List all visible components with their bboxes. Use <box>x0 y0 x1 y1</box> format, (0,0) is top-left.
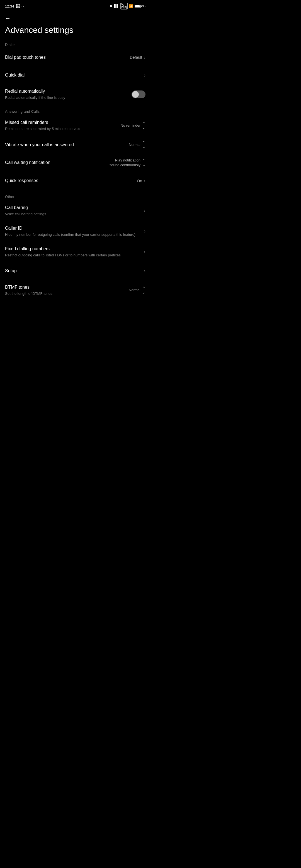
setting-control-redial-automatically <box>132 91 145 98</box>
setting-control-call-barring: › <box>144 208 145 214</box>
setting-item-call-waiting-notification[interactable]: Call waiting notificationPlay notificati… <box>0 154 150 172</box>
setting-title-redial-automatically: Redial automatically <box>5 89 128 94</box>
wifi-icon: 📶 <box>129 4 133 8</box>
setting-text-caller-id: Caller IDHide my number for outgoing cal… <box>5 225 144 237</box>
setting-text-setup: Setup <box>5 268 144 274</box>
section-label-other: Other <box>0 192 150 200</box>
setting-value-quick-responses: On <box>137 179 142 183</box>
setting-text-call-waiting-notification: Call waiting notification <box>5 160 104 166</box>
section-label-answering-calls: Answering and Calls <box>0 107 150 115</box>
setting-control-quick-responses: On› <box>137 178 145 184</box>
setting-item-quick-dial[interactable]: Quick dial› <box>0 66 150 84</box>
setting-subtitle-redial-automatically: Redial automatically if the line is busy <box>5 95 128 100</box>
page-title: Advanced settings <box>0 23 150 40</box>
setting-item-dtmf-tones[interactable]: DTMF tonesSet the length of DTMF tonesNo… <box>0 280 150 301</box>
status-bar: 12:34 🖼 ··· ✖ ▋▋ VoWiFi 📶 95 <box>0 0 150 11</box>
bluetooth-icon: ✖ <box>110 4 113 8</box>
status-left: 12:34 🖼 ··· <box>5 4 26 8</box>
setting-value-call-waiting-notification: Play notification sound continuously <box>104 158 140 167</box>
sim-icon: 🖼 <box>16 4 20 8</box>
setting-item-dial-pad-touch-tones[interactable]: Dial pad touch tonesDefault› <box>0 49 150 66</box>
setting-item-quick-responses[interactable]: Quick responsesOn› <box>0 172 150 190</box>
updown-icon-call-waiting-notification[interactable]: ⌃⌄ <box>142 159 145 167</box>
setting-text-quick-dial: Quick dial <box>5 72 144 78</box>
battery-fill <box>135 5 140 7</box>
battery-percent: 95 <box>142 4 145 8</box>
setting-control-caller-id: › <box>144 228 145 234</box>
setting-value-missed-call-reminders: No reminder <box>120 123 140 128</box>
divider-dialer <box>0 106 150 106</box>
setting-item-call-barring[interactable]: Call barringVoice call barring settings› <box>0 200 150 221</box>
dots-icon: ··· <box>22 4 26 8</box>
setting-text-fixed-dialling: Fixed dialling numbersRestrict outgoing … <box>5 246 144 258</box>
setting-item-missed-call-reminders[interactable]: Missed call remindersReminders are separ… <box>0 115 150 136</box>
setting-value-dtmf-tones: Normal <box>129 288 140 292</box>
setting-subtitle-missed-call-reminders: Reminders are separated by 5 minute inte… <box>5 126 117 131</box>
toggle-knob-redial-automatically <box>132 91 139 98</box>
setting-text-dtmf-tones: DTMF tonesSet the length of DTMF tones <box>5 284 129 296</box>
chevron-right-icon-fixed-dialling: › <box>144 249 145 255</box>
signal-icon: ▋▋ <box>114 4 119 8</box>
setting-text-missed-call-reminders: Missed call remindersReminders are separ… <box>5 120 120 131</box>
setting-text-call-barring: Call barringVoice call barring settings <box>5 205 144 217</box>
setting-title-vibrate-call-answered: Vibrate when your call is answered <box>5 142 126 148</box>
section-label-dialer: Dialer <box>0 40 150 49</box>
setting-control-fixed-dialling: › <box>144 249 145 255</box>
setting-item-vibrate-call-answered[interactable]: Vibrate when your call is answeredNormal… <box>0 136 150 154</box>
chevron-right-icon-call-barring: › <box>144 208 145 214</box>
setting-subtitle-call-barring: Voice call barring settings <box>5 212 140 217</box>
setting-subtitle-fixed-dialling: Restrict outgoing calls to listed FDNs o… <box>5 253 140 258</box>
setting-title-setup: Setup <box>5 268 140 274</box>
setting-text-redial-automatically: Redial automaticallyRedial automatically… <box>5 89 132 100</box>
setting-title-quick-dial: Quick dial <box>5 72 140 78</box>
sections-container: DialerDial pad touch tonesDefault›Quick … <box>0 40 150 301</box>
updown-icon-missed-call-reminders[interactable]: ⌃⌄ <box>142 121 145 129</box>
setting-title-quick-responses: Quick responses <box>5 178 134 184</box>
setting-item-redial-automatically[interactable]: Redial automaticallyRedial automatically… <box>0 84 150 105</box>
back-button[interactable]: ← <box>0 11 150 23</box>
setting-title-missed-call-reminders: Missed call reminders <box>5 120 117 126</box>
divider-answering-calls <box>0 191 150 191</box>
setting-item-fixed-dialling[interactable]: Fixed dialling numbersRestrict outgoing … <box>0 242 150 262</box>
updown-icon-vibrate-call-answered[interactable]: ⌃⌄ <box>142 141 145 149</box>
setting-control-dtmf-tones: Normal⌃⌄ <box>129 286 145 294</box>
setting-title-dial-pad-touch-tones: Dial pad touch tones <box>5 55 127 60</box>
setting-subtitle-caller-id: Hide my number for outgoing calls (confi… <box>5 232 140 237</box>
setting-control-dial-pad-touch-tones: Default› <box>130 55 145 60</box>
setting-item-caller-id[interactable]: Caller IDHide my number for outgoing cal… <box>0 221 150 242</box>
chevron-right-icon-dial-pad-touch-tones: › <box>144 55 145 60</box>
setting-item-setup[interactable]: Setup› <box>0 262 150 280</box>
setting-control-missed-call-reminders: No reminder⌃⌄ <box>120 121 145 129</box>
chevron-right-icon-setup: › <box>144 268 145 274</box>
clock: 12:34 <box>5 4 14 8</box>
chevron-right-icon-caller-id: › <box>144 228 145 234</box>
setting-title-caller-id: Caller ID <box>5 225 140 231</box>
setting-control-vibrate-call-answered: Normal⌃⌄ <box>129 141 145 149</box>
setting-text-quick-responses: Quick responses <box>5 178 137 184</box>
setting-text-dial-pad-touch-tones: Dial pad touch tones <box>5 55 130 60</box>
setting-title-call-barring: Call barring <box>5 205 140 211</box>
setting-title-fixed-dialling: Fixed dialling numbers <box>5 246 140 252</box>
status-right: ✖ ▋▋ VoWiFi 📶 95 <box>110 3 145 9</box>
setting-title-call-waiting-notification: Call waiting notification <box>5 160 101 166</box>
battery-icon <box>135 5 141 8</box>
setting-value-dial-pad-touch-tones: Default <box>130 55 142 60</box>
setting-subtitle-dtmf-tones: Set the length of DTMF tones <box>5 291 126 296</box>
chevron-right-icon-quick-dial: › <box>144 72 145 78</box>
vowifi-icon: VoWiFi <box>120 3 128 9</box>
setting-title-dtmf-tones: DTMF tones <box>5 284 126 290</box>
back-icon: ← <box>5 15 10 21</box>
setting-control-call-waiting-notification: Play notification sound continuously⌃⌄ <box>104 158 145 167</box>
setting-control-quick-dial: › <box>144 72 145 78</box>
setting-value-vibrate-call-answered: Normal <box>129 143 140 147</box>
setting-text-vibrate-call-answered: Vibrate when your call is answered <box>5 142 129 148</box>
setting-control-setup: › <box>144 268 145 274</box>
toggle-redial-automatically[interactable] <box>132 91 145 98</box>
chevron-right-icon-quick-responses: › <box>144 178 145 184</box>
updown-icon-dtmf-tones[interactable]: ⌃⌄ <box>142 286 145 294</box>
